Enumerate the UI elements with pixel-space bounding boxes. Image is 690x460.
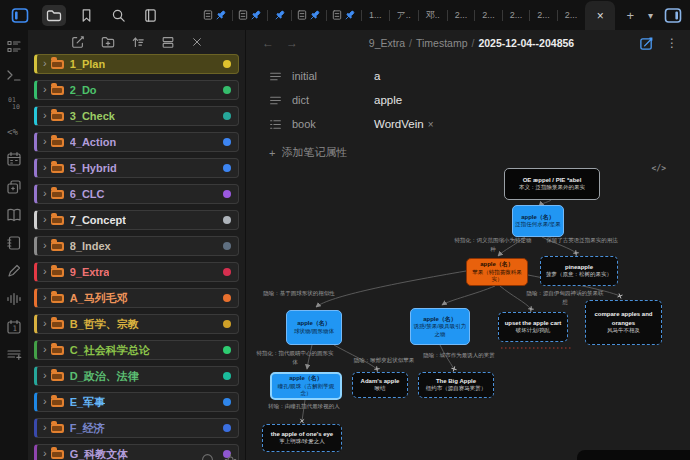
notebook-item[interactable]: ›6_CLC bbox=[34, 184, 239, 204]
node-subtitle: 诱惑/禁果/极具吸引力之物 bbox=[413, 323, 467, 338]
notebook-item[interactable]: ›8_Index bbox=[34, 236, 239, 256]
pen-icon[interactable] bbox=[6, 263, 22, 279]
template-icon[interactable]: <% bbox=[6, 123, 22, 139]
chevron-right-icon[interactable]: › bbox=[43, 369, 47, 381]
back-icon[interactable]: ← bbox=[256, 36, 280, 50]
notebook-item[interactable]: ›7_Concept bbox=[34, 210, 239, 230]
edit-doc-icon[interactable] bbox=[71, 35, 85, 49]
notebook-item[interactable]: ›E_军事 bbox=[34, 392, 239, 412]
chevron-right-icon[interactable]: › bbox=[43, 239, 47, 251]
close-tab-icon[interactable]: × bbox=[597, 9, 604, 23]
chevron-right-icon[interactable]: › bbox=[43, 109, 47, 121]
notebook-item[interactable]: ›A_马列毛邓 bbox=[34, 288, 239, 308]
doc-tab[interactable]: 2... bbox=[561, 10, 582, 20]
chevron-right-icon[interactable]: › bbox=[43, 291, 47, 303]
breadcrumb-notebook[interactable]: 9_Extra bbox=[369, 37, 405, 49]
file-tree-icon[interactable] bbox=[42, 5, 66, 26]
chevron-right-icon[interactable]: › bbox=[43, 265, 47, 277]
doc-tab[interactable]: 2... bbox=[478, 10, 499, 20]
doc-tab[interactable]: 邓.. bbox=[422, 9, 444, 22]
notebook-dot-icon bbox=[223, 216, 231, 224]
settings-icon[interactable] bbox=[224, 453, 237, 460]
chevron-right-icon[interactable]: › bbox=[43, 213, 47, 225]
chevron-right-icon[interactable]: › bbox=[43, 421, 47, 433]
breadcrumb-folder[interactable]: Timestamp bbox=[416, 37, 468, 49]
notebook-item[interactable]: ›2_Do bbox=[34, 80, 239, 100]
node-upset-apple-cart: upset the apple cart 破坏计划/捣乱 bbox=[498, 312, 568, 342]
notebook-item[interactable]: ›5_Hybrid bbox=[34, 158, 239, 178]
search-icon[interactable] bbox=[107, 5, 130, 26]
attribute-value[interactable]: apple bbox=[374, 94, 402, 106]
svg-text:<%: <% bbox=[7, 127, 18, 137]
notebook-item[interactable]: ›1_Plan bbox=[34, 54, 239, 74]
notebook-dock-icon[interactable] bbox=[6, 235, 22, 251]
pinned-tab[interactable] bbox=[330, 9, 358, 22]
notebook-item[interactable]: ›B_哲学、宗教 bbox=[34, 314, 239, 334]
toggle-right-sidebar-icon[interactable] bbox=[660, 4, 686, 27]
doc-tab[interactable]: ア.. bbox=[393, 9, 415, 22]
doc-tab[interactable]: 2... bbox=[506, 10, 527, 20]
daily-note-icon[interactable]: 1 bbox=[6, 319, 22, 335]
mermaid-diagram[interactable]: OE æppel / PIE *abel 本义：泛指除浆果外的果实 apple（… bbox=[246, 150, 690, 460]
chevron-right-icon[interactable]: › bbox=[43, 395, 47, 407]
bookmark-icon[interactable] bbox=[75, 5, 98, 26]
doc-menu-icon[interactable]: ⋮ bbox=[664, 36, 680, 50]
pinned-tab[interactable] bbox=[236, 9, 264, 22]
help-icon[interactable] bbox=[201, 453, 214, 460]
chevron-right-icon[interactable]: › bbox=[43, 135, 47, 147]
active-tab[interactable]: × bbox=[585, 1, 615, 30]
toggle-left-sidebar-icon[interactable] bbox=[7, 4, 33, 27]
pinned-tab[interactable] bbox=[201, 9, 229, 22]
notebook-item[interactable]: ›3_Check bbox=[34, 106, 239, 126]
edge-label: 隐喻：源自伊甸园神话的禁果联想 bbox=[526, 289, 604, 306]
notebook-item[interactable]: ›F_经济 bbox=[34, 418, 239, 438]
calendar-icon[interactable] bbox=[6, 151, 22, 167]
code-view-toggle-icon[interactable]: </> bbox=[652, 164, 666, 173]
flashcard-icon[interactable] bbox=[6, 179, 22, 195]
node-subtitle: 泛指任何水果/坚果 bbox=[515, 221, 561, 229]
notebook-label: B_哲学、宗教 bbox=[70, 317, 139, 332]
chevron-right-icon[interactable]: › bbox=[43, 317, 47, 329]
chevron-right-icon[interactable]: › bbox=[43, 161, 47, 173]
node-title: the apple of one's eye bbox=[271, 430, 333, 438]
attribute-value[interactable]: WordVein bbox=[374, 118, 424, 130]
notebook-label: E_军事 bbox=[70, 395, 105, 410]
collapse-all-icon[interactable] bbox=[191, 36, 203, 48]
chevron-right-icon[interactable]: › bbox=[43, 343, 47, 355]
tab-menu-chevron-icon[interactable]: ▾ bbox=[641, 10, 660, 21]
node-big-apple: The Big Apple 纽约市（源自赛马奖赏） bbox=[418, 372, 494, 398]
remove-tag-icon[interactable]: × bbox=[428, 119, 434, 130]
tab-bar: 1... ア.. 邓.. 2... 2... 2... 2... 2... × … bbox=[201, 0, 690, 30]
outline-icon[interactable] bbox=[6, 39, 22, 55]
edge-label: 隐喻：基于圆球形状的相似性 bbox=[256, 289, 342, 298]
node-title: apple（名） bbox=[289, 374, 323, 382]
notebook-item[interactable]: ›4_Action bbox=[34, 132, 239, 152]
terminal-icon[interactable] bbox=[6, 67, 22, 83]
chevron-right-icon[interactable]: › bbox=[43, 83, 47, 95]
editor-panel: ← → 9_Extra/Timestamp/2025-12-04--204856… bbox=[245, 30, 690, 460]
snippet-icon[interactable] bbox=[6, 347, 22, 363]
chevron-right-icon[interactable]: › bbox=[43, 57, 47, 69]
expand-levels-icon[interactable] bbox=[161, 35, 175, 49]
waveform-icon[interactable] bbox=[6, 291, 22, 307]
sort-icon[interactable] bbox=[131, 35, 145, 49]
doc-tab[interactable]: 2... bbox=[451, 10, 472, 20]
notebook-item[interactable]: ›C_社会科学总论 bbox=[34, 340, 239, 360]
attribute-value[interactable]: a bbox=[374, 70, 380, 82]
chevron-right-icon[interactable]: › bbox=[43, 187, 47, 199]
notebook-item[interactable]: ›9_Extra bbox=[34, 262, 239, 282]
breadcrumb-doc-title[interactable]: 2025-12-04--204856 bbox=[478, 37, 574, 49]
book-icon[interactable] bbox=[6, 207, 22, 223]
forward-icon[interactable]: → bbox=[280, 36, 304, 50]
notebook-item[interactable]: ›D_政治、法律 bbox=[34, 366, 239, 386]
new-tab-icon[interactable]: + bbox=[619, 8, 641, 23]
chevron-right-icon[interactable]: › bbox=[43, 447, 47, 459]
doc-tab[interactable]: 1... bbox=[365, 10, 386, 20]
doc-tab[interactable]: 2... bbox=[533, 10, 554, 20]
edit-mode-icon[interactable] bbox=[639, 36, 654, 51]
notebook-icon[interactable] bbox=[139, 5, 162, 26]
create-folder-icon[interactable] bbox=[101, 35, 115, 49]
pinned-tab[interactable] bbox=[271, 9, 288, 22]
pinned-tab[interactable] bbox=[295, 9, 323, 22]
binary-icon[interactable]: 0110 bbox=[6, 95, 22, 111]
